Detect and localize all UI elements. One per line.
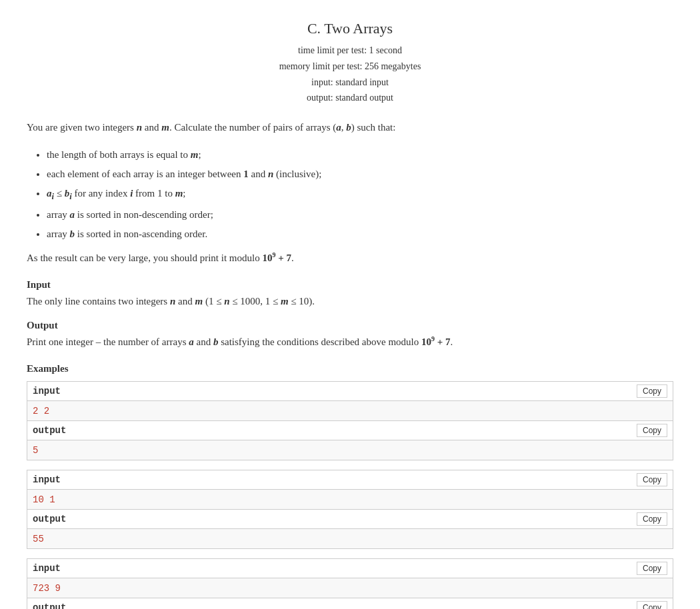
example-output-copy-3[interactable]: Copy	[637, 601, 667, 609]
example-output-header-3: outputCopy	[27, 598, 673, 609]
problem-intro: You are given two integers n and m. Calc…	[27, 119, 673, 135]
example-input-header-2: inputCopy	[27, 470, 673, 490]
example-input-value-row-3: 723 9	[27, 578, 673, 598]
example-block-3: inputCopy723 9outputCopy157557417	[27, 558, 673, 609]
example-input-label-3: input	[33, 563, 61, 574]
condition-5: array b is sorted in non-ascending order…	[47, 225, 673, 243]
example-input-value-1: 2 2	[33, 406, 49, 416]
example-input-copy-2[interactable]: Copy	[637, 473, 667, 486]
example-output-copy-2[interactable]: Copy	[637, 512, 667, 526]
example-output-label-3: output	[33, 602, 66, 609]
example-output-label-2: output	[33, 514, 66, 524]
example-output-value-row-1: 5	[27, 440, 673, 460]
output-section-content: Print one integer – the number of arrays…	[27, 334, 673, 350]
modulo-note: As the result can be very large, you sho…	[27, 250, 673, 266]
condition-4: array a is sorted in non-descending orde…	[47, 206, 673, 224]
time-limit: time limit per test: 1 second	[27, 43, 673, 59]
example-output-header-2: outputCopy	[27, 510, 673, 529]
memory-limit: memory limit per test: 256 megabytes	[27, 59, 673, 75]
example-output-label-1: output	[33, 425, 66, 436]
examples-title: Examples	[27, 363, 673, 374]
condition-3: ai ≤ bi for any index i from 1 to m;	[47, 185, 673, 205]
example-block-2: inputCopy10 1outputCopy55	[27, 470, 673, 549]
output-type: output: standard output	[27, 90, 673, 106]
example-output-value-1: 5	[33, 445, 38, 456]
input-section-title: Input	[27, 279, 673, 291]
examples-container: inputCopy2 2outputCopy5inputCopy10 1outp…	[27, 381, 673, 609]
example-input-copy-1[interactable]: Copy	[637, 384, 667, 398]
condition-1: the length of both arrays is equal to m;	[47, 146, 673, 164]
example-input-label-1: input	[33, 386, 61, 396]
input-section-content: The only line contains two integers n an…	[27, 293, 673, 309]
example-input-value-2: 10 1	[33, 494, 55, 505]
example-output-copy-1[interactable]: Copy	[637, 424, 667, 437]
example-input-header-3: inputCopy	[27, 559, 673, 578]
example-output-header-1: outputCopy	[27, 421, 673, 440]
input-type: input: standard input	[27, 75, 673, 91]
example-block-1: inputCopy2 2outputCopy5	[27, 381, 673, 460]
example-input-copy-3[interactable]: Copy	[637, 562, 667, 575]
meta-info: time limit per test: 1 second memory lim…	[27, 43, 673, 106]
page-title: C. Two Arrays	[27, 20, 673, 37]
conditions-list: the length of both arrays is equal to m;…	[47, 146, 673, 243]
example-input-value-3: 723 9	[33, 583, 61, 594]
example-output-value-row-2: 55	[27, 529, 673, 548]
example-input-label-2: input	[33, 474, 61, 485]
output-section-title: Output	[27, 320, 673, 331]
example-input-header-1: inputCopy	[27, 382, 673, 401]
example-output-value-2: 55	[33, 534, 44, 544]
example-input-value-row-2: 10 1	[27, 490, 673, 510]
condition-2: each element of each array is an integer…	[47, 165, 673, 183]
example-input-value-row-1: 2 2	[27, 401, 673, 421]
